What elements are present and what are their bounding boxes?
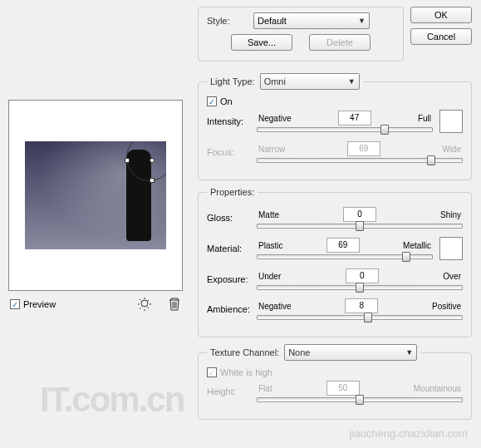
delete-button[interactable]: Delete — [309, 34, 371, 51]
focus-label: Focus: — [207, 147, 257, 157]
height-right: Mountainous — [414, 384, 461, 393]
intensity-right: Full — [418, 114, 431, 123]
properties-legend: Properties: — [207, 187, 258, 197]
intensity-slider[interactable] — [257, 127, 433, 132]
gloss-left: Matte — [258, 210, 279, 219]
focus-value: 69 — [347, 141, 380, 156]
light-type-legend: Light Type: — [210, 76, 255, 86]
ok-button[interactable]: OK — [410, 7, 472, 23]
light-type-group: Light Type: Omni ▼ ✓ On Intensity: Negat… — [198, 73, 472, 180]
white-high-checkbox: ✓ White is high — [207, 367, 463, 377]
gloss-slider[interactable] — [257, 224, 463, 229]
focus-right: Wide — [442, 145, 461, 154]
intensity-left: Negative — [258, 114, 291, 123]
exposure-left: Under — [258, 272, 281, 281]
lightbulb-icon[interactable] — [136, 296, 153, 313]
ambience-slider[interactable] — [257, 315, 463, 320]
material-left: Plastic — [258, 241, 282, 250]
preview-area[interactable] — [8, 100, 183, 291]
texture-dropdown[interactable]: None ▼ — [284, 344, 417, 361]
style-label: Style: — [207, 16, 253, 26]
exposure-slider[interactable] — [257, 285, 463, 290]
light-type-dropdown[interactable]: Omni ▼ — [260, 73, 360, 90]
style-dropdown[interactable]: Default ▼ — [253, 12, 370, 29]
focus-left: Narrow — [258, 145, 285, 154]
exposure-right: Over — [443, 272, 461, 281]
height-slider — [257, 397, 463, 402]
cancel-button[interactable]: Cancel — [410, 28, 472, 45]
intensity-label: Intensity: — [207, 116, 257, 126]
save-button[interactable]: Save... — [231, 34, 292, 51]
height-left: Flat — [258, 384, 272, 393]
height-value: 50 — [326, 381, 360, 396]
preview-checkbox[interactable]: ✓ Preview — [10, 299, 56, 309]
on-label: On — [220, 96, 233, 106]
style-value: Default — [258, 16, 287, 26]
white-high-label: White is high — [220, 367, 272, 377]
chevron-down-icon: ▼ — [358, 17, 366, 25]
chevron-down-icon: ▼ — [405, 348, 413, 357]
exposure-value[interactable]: 0 — [346, 268, 379, 283]
exposure-label: Exposure: — [207, 274, 257, 284]
watermark-footer: jiaocheng.chazidian.com — [350, 427, 468, 440]
gloss-label: Gloss: — [207, 213, 257, 223]
ambience-right: Positive — [432, 302, 461, 311]
trash-icon[interactable] — [166, 296, 183, 313]
ambient-color-swatch[interactable] — [439, 237, 463, 260]
checkmark-icon: ✓ — [10, 299, 20, 309]
material-value[interactable]: 69 — [326, 238, 360, 253]
height-label: Height: — [207, 386, 257, 396]
texture-legend: Texture Channel: — [210, 347, 279, 357]
gloss-right: Shiny — [440, 210, 461, 219]
intensity-value[interactable]: 47 — [338, 111, 371, 126]
checkmark-icon: ✓ — [207, 367, 217, 377]
on-checkbox[interactable]: ✓ On — [207, 96, 463, 106]
ambience-left: Negative — [258, 302, 291, 311]
texture-value: None — [288, 347, 310, 357]
ambience-label: Ambience: — [207, 304, 257, 314]
light-type-value: Omni — [264, 76, 286, 86]
gloss-value[interactable]: 0 — [343, 207, 376, 222]
material-label: Material: — [207, 244, 257, 254]
preview-label: Preview — [23, 299, 56, 309]
material-slider[interactable] — [257, 254, 433, 259]
svg-point-0 — [141, 300, 148, 307]
checkmark-icon: ✓ — [207, 96, 217, 106]
light-color-swatch[interactable] — [439, 110, 463, 133]
focus-slider — [257, 158, 463, 163]
material-right: Metallic — [403, 241, 431, 250]
watermark: IT.com.cn — [40, 380, 184, 420]
texture-group: Texture Channel: None ▼ ✓ White is high … — [198, 344, 472, 420]
ambience-value[interactable]: 8 — [345, 298, 378, 313]
preview-image — [25, 141, 166, 249]
properties-group: Properties: Gloss: Matte 0 Shiny Materia… — [198, 187, 472, 337]
chevron-down-icon: ▼ — [348, 77, 356, 86]
